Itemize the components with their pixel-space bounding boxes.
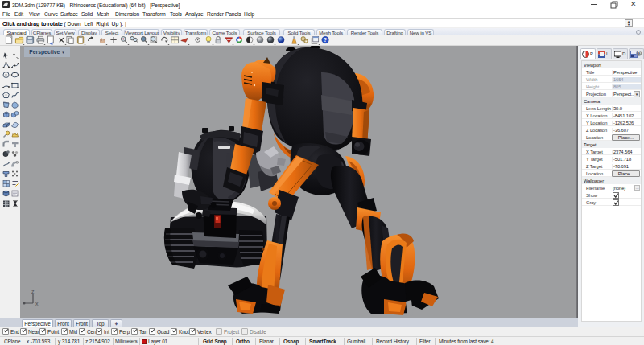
svg-text:?: ? — [324, 36, 328, 43]
svg-text:x: x — [35, 301, 39, 306]
svg-text:z: z — [31, 289, 35, 294]
